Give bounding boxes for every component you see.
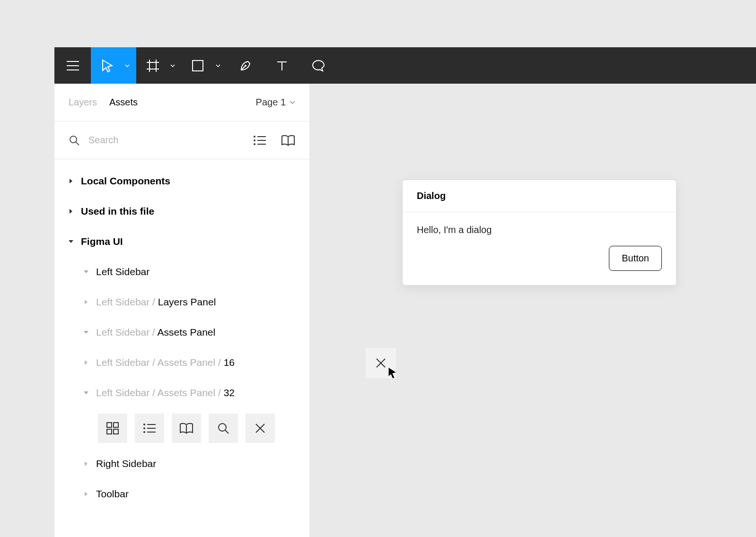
svg-point-11: [143, 427, 145, 429]
canvas-dialog-component[interactable]: Dialog Hello, I'm a dialog Button: [402, 180, 677, 286]
tree-figma-ui[interactable]: Figma UI: [54, 226, 309, 257]
svg-rect-7: [114, 423, 118, 427]
tree-label: Figma UI: [81, 236, 123, 247]
shape-tool[interactable]: [182, 47, 227, 84]
svg-point-2: [70, 136, 77, 143]
svg-rect-8: [107, 429, 112, 434]
rectangle-icon: [192, 60, 203, 71]
frame-icon: [147, 60, 159, 72]
move-tool[interactable]: [91, 47, 136, 84]
tree-label: Toolbar: [96, 488, 129, 500]
assets-search-input[interactable]: [88, 135, 245, 146]
panel-tabs: Layers Assets Page 1: [54, 84, 309, 121]
assets-tree: Local Components Used in this file Figma…: [54, 159, 309, 516]
caret-right-icon: [84, 491, 88, 497]
tree-right-sidebar[interactable]: Right Sidebar: [54, 449, 309, 479]
tree-used-in-file[interactable]: Used in this file: [54, 196, 309, 226]
top-toolbar: [54, 47, 756, 84]
list-view-icon[interactable]: [254, 136, 266, 145]
tree-assets-panel[interactable]: Left Sidebar / Assets Panel: [54, 317, 309, 347]
list-icon: [143, 424, 156, 433]
chevron-down-icon: [290, 101, 295, 104]
page-selector-label: Page 1: [256, 97, 286, 108]
svg-point-10: [143, 424, 145, 425]
search-icon: [217, 422, 229, 434]
asset-close-icon[interactable]: [246, 414, 275, 443]
cursor-icon: [101, 59, 114, 72]
svg-point-13: [219, 424, 226, 431]
close-icon: [255, 423, 265, 433]
tree-assets-32[interactable]: Left Sidebar / Assets Panel / 32: [54, 378, 309, 408]
caret-down-icon: [83, 269, 89, 274]
menu-button[interactable]: [54, 47, 91, 84]
dialog-title: Dialog: [403, 180, 676, 212]
page-selector[interactable]: Page 1: [256, 97, 295, 108]
frame-tool[interactable]: [136, 47, 182, 84]
tree-label: Local Components: [81, 175, 170, 187]
hamburger-icon: [67, 61, 79, 70]
tree-label: Left Sidebar / Assets Panel / 16: [96, 357, 235, 368]
dialog-button[interactable]: Button: [609, 246, 662, 271]
chevron-down-icon: [170, 64, 175, 67]
chevron-down-icon: [125, 64, 130, 67]
left-sidebar: Layers Assets Page 1 Local Components: [54, 84, 310, 537]
asset-list-icon[interactable]: [135, 414, 164, 443]
text-icon: [276, 60, 288, 71]
close-icon: [375, 357, 387, 369]
caret-down-icon: [68, 239, 74, 244]
svg-rect-9: [114, 429, 118, 434]
caret-right-icon: [69, 208, 73, 214]
svg-point-1: [245, 65, 246, 67]
caret-right-icon: [84, 299, 88, 305]
tree-label: Left Sidebar / Assets Panel / 32: [96, 387, 235, 398]
tree-label: Left Sidebar: [96, 266, 149, 277]
tree-left-sidebar[interactable]: Left Sidebar: [54, 257, 309, 287]
cursor-icon: [387, 367, 398, 379]
tree-label: Used in this file: [81, 206, 154, 217]
tab-layers[interactable]: Layers: [69, 97, 97, 108]
tab-assets[interactable]: Assets: [109, 97, 138, 108]
svg-rect-0: [193, 61, 203, 71]
caret-right-icon: [84, 360, 88, 365]
tree-layers-panel[interactable]: Left Sidebar / Layers Panel: [54, 287, 309, 317]
asset-grid-icon[interactable]: [98, 414, 127, 443]
tree-assets-16[interactable]: Left Sidebar / Assets Panel / 16: [54, 347, 309, 378]
library-icon[interactable]: [281, 135, 295, 146]
comment-tool[interactable]: [300, 47, 336, 84]
asset-book-icon[interactable]: [172, 414, 201, 443]
svg-rect-6: [107, 423, 112, 427]
search-icon: [69, 135, 80, 146]
svg-point-12: [143, 431, 145, 433]
book-icon: [179, 423, 193, 434]
svg-point-3: [254, 136, 255, 138]
tree-label: Left Sidebar / Layers Panel: [96, 296, 216, 308]
tree-label: Right Sidebar: [96, 458, 156, 469]
text-tool[interactable]: [264, 47, 300, 84]
comment-icon: [312, 59, 325, 72]
dialog-body-text: Hello, I'm a dialog: [417, 225, 662, 235]
caret-right-icon: [84, 461, 88, 467]
chevron-down-icon: [216, 64, 220, 67]
caret-down-icon: [83, 390, 89, 395]
caret-right-icon: [69, 178, 73, 184]
pen-icon: [239, 60, 252, 72]
assets-search-row: [54, 121, 309, 159]
tree-local-components[interactable]: Local Components: [54, 166, 309, 196]
tree-toolbar[interactable]: Toolbar: [54, 479, 309, 509]
asset-search-icon[interactable]: [209, 414, 238, 443]
pen-tool[interactable]: [227, 47, 264, 84]
svg-point-5: [254, 143, 255, 145]
grid-icon: [106, 422, 119, 434]
asset-thumbnails-32: [54, 408, 309, 449]
tree-label: Left Sidebar / Assets Panel: [96, 327, 215, 338]
caret-down-icon: [83, 330, 89, 335]
svg-point-4: [254, 139, 255, 141]
